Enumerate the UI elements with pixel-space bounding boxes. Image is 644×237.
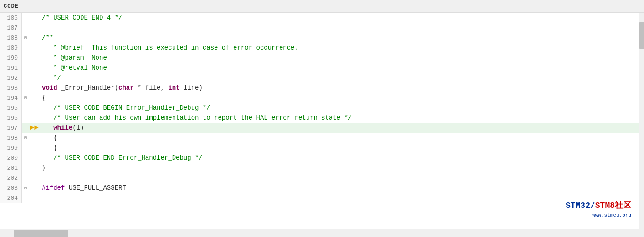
fold-indicator[interactable]: ⊟ — [22, 183, 29, 193]
code-token: { — [42, 134, 57, 141]
code-token: while — [42, 124, 72, 131]
scrollbar-thumb-h[interactable] — [14, 230, 68, 237]
code-content: #ifdef USE_FULL_ASSERT — [39, 183, 639, 193]
line-number: 201 — [0, 163, 22, 173]
code-line: 187 — [0, 23, 639, 33]
line-number: 189 — [0, 43, 22, 53]
fold-indicator[interactable]: ⊟ — [22, 93, 29, 103]
code-token: char — [118, 84, 134, 91]
code-content: { — [39, 93, 639, 103]
line-number: 202 — [0, 173, 22, 183]
code-line: 186/* USER CODE END 4 */ — [0, 13, 639, 23]
code-line: 202 — [0, 173, 639, 183]
line-number: 188 — [0, 33, 22, 43]
fold-indicator — [22, 143, 29, 153]
code-content: void _Error_Handler(char * file, int lin… — [39, 83, 639, 93]
code-lines: 186/* USER CODE END 4 */187188⊟/**189 * … — [0, 13, 639, 203]
line-number: 198 — [0, 133, 22, 143]
debug-arrow — [29, 33, 39, 43]
line-number: 186 — [0, 13, 22, 23]
code-line: 192 */ — [0, 73, 639, 83]
debug-arrow — [29, 173, 39, 183]
code-token: line) — [179, 84, 202, 91]
code-line: 198⊟ { — [0, 133, 639, 143]
code-line: 195 /* USER CODE BEGIN Error_Handler_Deb… — [0, 103, 639, 113]
code-token: } — [42, 164, 46, 171]
code-token: * file, — [134, 84, 169, 91]
fold-indicator — [22, 193, 29, 203]
debug-arrow — [29, 183, 39, 193]
scrollbar-horizontal[interactable] — [0, 229, 639, 237]
line-number: 197 — [0, 123, 22, 133]
line-number: 192 — [0, 73, 22, 83]
code-line: 191 * @retval None — [0, 63, 639, 73]
debug-arrow: ►► — [29, 123, 39, 133]
code-token: * @retval None — [42, 64, 107, 71]
code-line: 200 /* USER CODE END Error_Handler_Debug… — [0, 153, 639, 163]
code-content: * @retval None — [39, 63, 639, 73]
branding-sub: www.stmcu.org — [566, 212, 631, 219]
code-token: /* USER CODE BEGIN Error_Handler_Debug *… — [42, 104, 210, 111]
top-bar: CODE — [0, 0, 644, 13]
code-line: 194⊟{ — [0, 93, 639, 103]
code-token: } — [42, 144, 57, 151]
fold-indicator — [22, 103, 29, 113]
code-content: /* User can add his own implementation t… — [39, 113, 639, 123]
fold-indicator — [22, 13, 29, 23]
code-content: { — [39, 133, 639, 143]
debug-arrow — [29, 23, 39, 33]
code-line: 188⊟/** — [0, 33, 639, 43]
code-token: /* User can add his own implementation t… — [42, 114, 352, 121]
code-token: void — [42, 84, 57, 91]
code-content — [39, 193, 639, 203]
code-content: while(1) — [39, 123, 639, 133]
fold-indicator[interactable]: ⊟ — [22, 133, 29, 143]
code-token: /** — [42, 34, 53, 41]
debug-arrow — [29, 73, 39, 83]
line-number: 200 — [0, 153, 22, 163]
line-number: 190 — [0, 53, 22, 63]
line-number: 194 — [0, 93, 22, 103]
code-area[interactable]: 186/* USER CODE END 4 */187188⊟/**189 * … — [0, 13, 639, 229]
debug-arrow — [29, 143, 39, 153]
code-token: int — [168, 84, 179, 91]
fold-indicator — [22, 153, 29, 163]
code-content — [39, 173, 639, 183]
code-token: * @param None — [42, 54, 107, 61]
code-content: /** — [39, 33, 639, 43]
code-line: 189 * @brief This function is executed i… — [0, 43, 639, 53]
line-number: 204 — [0, 193, 22, 203]
debug-arrow — [29, 153, 39, 163]
fold-indicator — [22, 73, 29, 83]
code-token: */ — [42, 74, 61, 81]
code-content: /* USER CODE END Error_Handler_Debug */ — [39, 153, 639, 163]
line-number: 187 — [0, 23, 22, 33]
fold-indicator[interactable]: ⊟ — [22, 33, 29, 43]
code-content: /* USER CODE END 4 */ — [39, 13, 639, 23]
debug-arrow — [29, 83, 39, 93]
code-token: /* USER CODE END 4 */ — [42, 14, 122, 21]
code-line: 196 /* User can add his own implementati… — [0, 113, 639, 123]
fold-indicator — [22, 173, 29, 183]
scrollbar-thumb-v[interactable] — [639, 22, 644, 49]
debug-arrow — [29, 133, 39, 143]
debug-arrow — [29, 53, 39, 63]
debug-arrow — [29, 43, 39, 53]
line-number: 193 — [0, 83, 22, 93]
fold-indicator — [22, 23, 29, 33]
editor-container: CODE 186/* USER CODE END 4 */187188⊟/**1… — [0, 0, 644, 237]
line-number: 199 — [0, 143, 22, 153]
code-line: 203⊟#ifdef USE_FULL_ASSERT — [0, 183, 639, 193]
debug-arrow — [29, 63, 39, 73]
fold-indicator — [22, 53, 29, 63]
debug-arrow — [29, 163, 39, 173]
fold-indicator — [22, 43, 29, 53]
code-token: * @brief This function is executed in ca… — [42, 44, 298, 51]
debug-arrow — [29, 13, 39, 23]
code-line: 193void _Error_Handler(char * file, int … — [0, 83, 639, 93]
code-content: /* USER CODE BEGIN Error_Handler_Debug *… — [39, 103, 639, 113]
code-token: (1) — [72, 124, 84, 131]
debug-arrow — [29, 93, 39, 103]
scrollbar-vertical[interactable] — [639, 13, 644, 229]
line-number: 203 — [0, 183, 22, 193]
